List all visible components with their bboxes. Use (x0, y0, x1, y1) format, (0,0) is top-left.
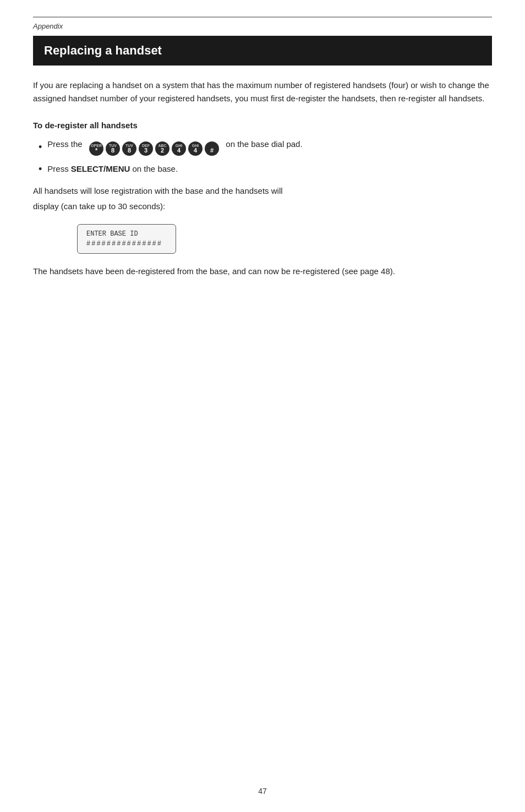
select-menu-label: SELECT/MENU (71, 164, 130, 173)
key-3: DEF 3 (139, 141, 153, 156)
key-8b: TUV 8 (122, 141, 136, 156)
bullet-dot-2: • (39, 164, 42, 174)
bullet1-content: Press the OPER * TUV 8 TUV 8 (47, 138, 302, 156)
top-border (33, 17, 492, 18)
body-text-1: All handsets will lose registration with… (33, 184, 492, 198)
key-star: OPER * (89, 141, 103, 156)
section-header: Replacing a handset (33, 36, 492, 66)
footer-text: The handsets have been de-registered fro… (33, 265, 492, 278)
key-2: ABC 2 (155, 141, 169, 156)
page-number: 47 (258, 787, 267, 795)
sub-heading: To de-register all handsets (33, 121, 492, 130)
section-title: Replacing a handset (44, 43, 162, 57)
display-line1: ENTER BASE ID (86, 230, 167, 238)
appendix-label: Appendix (33, 22, 492, 30)
body-text-2: display (can take up to 30 seconds): (33, 200, 492, 213)
key-8a: TUV 8 (106, 141, 120, 156)
key-4a: GHI 4 (172, 141, 186, 156)
page: Appendix Replacing a handset If you are … (0, 0, 525, 812)
key-sequence: OPER * TUV 8 TUV 8 DEF 3 (89, 141, 219, 156)
intro-text: If you are replacing a handset on a syst… (33, 79, 492, 105)
display-box: ENTER BASE ID ############### (77, 224, 176, 254)
display-box-container: ENTER BASE ID ############### (77, 224, 492, 254)
list-item: • Press SELECT/MENU on the base. (39, 162, 492, 176)
display-line2: ############### (86, 240, 167, 248)
bullet-dot-1: • (39, 142, 42, 152)
list-item: • Press the OPER * TUV 8 TUV 8 (39, 138, 492, 156)
bullet2-content: Press SELECT/MENU on the base. (47, 162, 178, 176)
key-hash: # (205, 141, 219, 156)
bullet-list: • Press the OPER * TUV 8 TUV 8 (33, 138, 492, 176)
key-4b: GHI 4 (188, 141, 203, 156)
